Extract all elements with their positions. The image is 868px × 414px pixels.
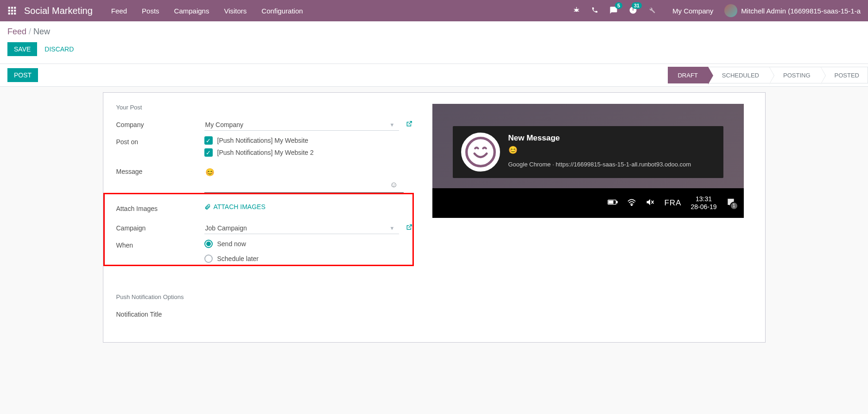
- label-notification-title: Notification Title: [116, 309, 204, 318]
- message-content: 😊: [205, 168, 215, 176]
- user-avatar: [724, 4, 737, 17]
- svg-rect-4: [11, 10, 13, 12]
- label-message: Message: [116, 166, 204, 175]
- svg-line-11: [574, 9, 576, 9]
- breadcrumb-current: New: [33, 27, 50, 36]
- user-menu[interactable]: Mitchell Admin (16699815-saas-15-1-a: [724, 4, 861, 17]
- save-button[interactable]: SAVE: [7, 42, 37, 56]
- svg-rect-7: [11, 13, 13, 14]
- form-sheet: Your Post Company ▼ Post on ✓ [Push Noti…: [103, 92, 766, 343]
- svg-rect-5: [14, 10, 16, 12]
- label-company: Company: [116, 119, 204, 128]
- nav-posts[interactable]: Posts: [142, 7, 159, 15]
- attach-images-button[interactable]: ATTACH IMAGES: [204, 203, 266, 210]
- when-schedule-later-radio[interactable]: [204, 255, 213, 263]
- post-on-checkbox-2[interactable]: ✓: [204, 148, 213, 157]
- svg-rect-0: [8, 7, 10, 9]
- svg-point-9: [575, 8, 578, 12]
- svg-line-14: [578, 11, 579, 11]
- label-post-on: Post on: [116, 136, 204, 146]
- preview-message: 😊: [508, 146, 715, 154]
- activities-icon[interactable]: 31: [629, 6, 637, 16]
- tray-language: FRA: [664, 198, 681, 208]
- breadcrumb: Feed / New: [7, 27, 861, 37]
- post-on-checkbox-1[interactable]: ✓: [204, 136, 213, 145]
- control-panel: Feed / New SAVE DISCARD: [0, 21, 868, 64]
- when-send-now-radio[interactable]: [204, 240, 213, 248]
- svg-point-15: [466, 138, 494, 166]
- tray-date: 28-06-19: [691, 203, 716, 211]
- battery-icon: [608, 199, 618, 207]
- svg-line-12: [578, 9, 579, 9]
- company-external-link-icon[interactable]: [406, 121, 412, 128]
- campaign-caret-icon[interactable]: ▼: [390, 225, 395, 231]
- wifi-icon: [627, 198, 636, 208]
- svg-rect-1: [11, 7, 13, 9]
- preview-app-icon: [461, 133, 500, 172]
- section-push-notification: Push Notification Options: [116, 293, 418, 300]
- svg-rect-2: [14, 7, 16, 9]
- when-schedule-later-label: Schedule later: [217, 255, 259, 262]
- tray-notif-badge: 1: [730, 202, 738, 210]
- debug-icon[interactable]: [573, 6, 580, 15]
- when-send-now-label: Send now: [217, 240, 246, 248]
- status-posting[interactable]: POSTING: [769, 67, 821, 83]
- company-switcher[interactable]: My Company: [672, 7, 713, 15]
- svg-rect-3: [8, 10, 10, 12]
- breadcrumb-sep: /: [29, 27, 31, 36]
- status-steps: DRAFT SCHEDULED POSTING POSTED: [668, 67, 868, 83]
- nav-feed[interactable]: Feed: [111, 7, 127, 15]
- emoji-picker-icon[interactable]: ☺: [390, 180, 398, 190]
- svg-rect-6: [8, 13, 10, 14]
- volume-mute-icon: [646, 198, 655, 208]
- status-posted[interactable]: POSTED: [821, 67, 868, 83]
- section-your-post: Your Post: [116, 104, 418, 111]
- company-caret-icon[interactable]: ▼: [390, 122, 395, 127]
- attach-images-label: ATTACH IMAGES: [214, 203, 266, 210]
- apps-icon[interactable]: [7, 6, 17, 15]
- discard-button[interactable]: DISCARD: [44, 45, 74, 53]
- user-name: Mitchell Admin (16699815-saas-15-1-a: [741, 7, 861, 15]
- top-navbar: Social Marketing Feed Posts Campaigns Vi…: [0, 0, 868, 21]
- nav-configuration[interactable]: Configuration: [261, 7, 303, 15]
- tray-time: 13:31: [691, 195, 716, 203]
- status-draft[interactable]: DRAFT: [668, 67, 708, 83]
- tray-clock: 13:31 28-06-19: [691, 195, 716, 211]
- preview-title: New Message: [508, 134, 715, 143]
- app-brand[interactable]: Social Marketing: [24, 6, 93, 16]
- svg-point-19: [631, 204, 632, 205]
- status-scheduled[interactable]: SCHEDULED: [708, 67, 769, 83]
- breadcrumb-feed[interactable]: Feed: [7, 27, 26, 36]
- message-textarea[interactable]: 😊 ☺: [204, 166, 404, 193]
- preview-source: Google Chrome · https://16699815-saas-15…: [508, 161, 715, 168]
- nav-visitors[interactable]: Visitors: [224, 7, 247, 15]
- post-on-option-1: [Push Notifications] My Website: [217, 137, 309, 144]
- campaign-field[interactable]: [204, 223, 399, 234]
- phone-icon[interactable]: [591, 6, 598, 15]
- label-attach-images: Attach Images: [116, 203, 204, 212]
- svg-rect-8: [14, 13, 16, 14]
- svg-line-13: [574, 11, 576, 11]
- messages-icon[interactable]: 5: [609, 6, 618, 16]
- campaign-external-link-icon[interactable]: [406, 224, 412, 232]
- push-preview: New Message 😊 Google Chrome · https://16…: [432, 104, 744, 324]
- svg-rect-18: [609, 201, 613, 204]
- nav-campaigns[interactable]: Campaigns: [174, 7, 209, 15]
- tray-notifications-icon: 1: [726, 198, 735, 209]
- company-field[interactable]: [204, 119, 399, 131]
- preview-taskbar: FRA 13:31 28-06-19 1: [432, 188, 744, 218]
- messages-badge: 5: [615, 2, 622, 9]
- tools-icon[interactable]: [648, 6, 656, 15]
- preview-notification-card: New Message 😊 Google Chrome · https://16…: [453, 126, 723, 178]
- statusbar: POST DRAFT SCHEDULED POSTING POSTED: [0, 64, 868, 87]
- label-when: When: [116, 240, 204, 249]
- svg-rect-17: [617, 201, 618, 203]
- post-on-option-2: [Push Notifications] My Website 2: [217, 149, 314, 156]
- post-button[interactable]: POST: [7, 68, 38, 82]
- activities-badge: 31: [632, 2, 642, 9]
- label-campaign: Campaign: [116, 223, 204, 232]
